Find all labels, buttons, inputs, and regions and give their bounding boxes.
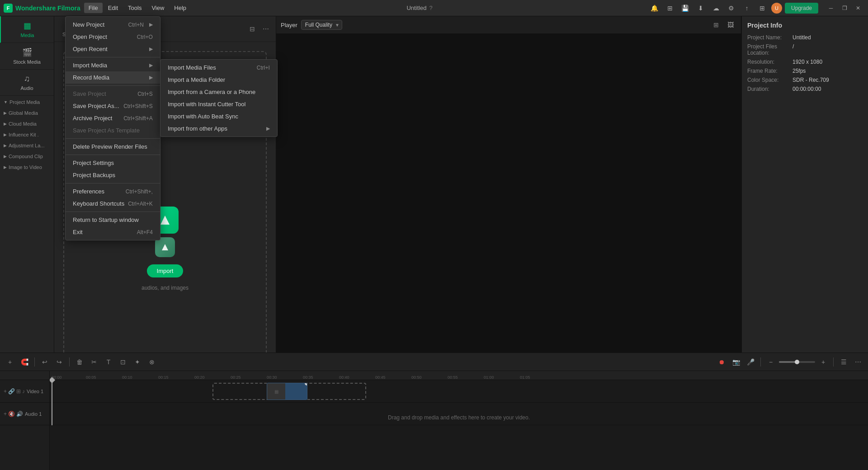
titlebar-center: Untitled ? (406, 5, 432, 11)
save-icon[interactable]: 💾 (679, 2, 692, 14)
sidebar-item-stock-media[interactable]: 🎬 Stock Media (0, 43, 54, 70)
player-label: Player (281, 22, 297, 28)
tl-sep-3 (760, 357, 761, 367)
track-audio-mute-icon[interactable]: 🔇 (8, 411, 15, 417)
menu-item-open-recent[interactable]: Open Recent ▶ (66, 43, 160, 55)
zoom-out-icon[interactable]: − (764, 356, 777, 368)
quality-select[interactable]: Full Quality 1/2 1/4 (301, 20, 342, 30)
layout-icon[interactable]: ⊞ (664, 2, 676, 14)
track-audio-add-icon[interactable]: + (4, 411, 7, 417)
sidebar-item-media[interactable]: ▦ Media (0, 16, 54, 43)
mask-icon[interactable]: ⊗ (146, 356, 158, 368)
crop-tl-icon[interactable]: ⊡ (117, 356, 129, 368)
menu-item-new-project[interactable]: New Project Ctrl+N▶ (66, 19, 160, 31)
track-audio-icon[interactable]: ♪ (22, 388, 25, 395)
redo-icon[interactable]: ↪ (53, 356, 66, 368)
upgrade-button[interactable]: Upgrade (785, 3, 818, 14)
effect-icon[interactable]: ✦ (131, 356, 144, 368)
sidebar-item-global-media[interactable]: ▶ Global Media (0, 108, 54, 118)
menu-item-preferences[interactable]: Preferences Ctrl+Shift+, (66, 185, 160, 197)
menu-item-project-settings[interactable]: Project Settings (66, 157, 160, 169)
grid-view-icon[interactable]: ⊞ (710, 19, 722, 31)
text-icon[interactable]: T (102, 356, 115, 368)
undo-icon[interactable]: ↩ (38, 356, 51, 368)
grid-icon[interactable]: ⊞ (756, 2, 769, 14)
sidebar-item-cloud-media[interactable]: ▶ Cloud Media (0, 118, 54, 129)
menu-item-import-media[interactable]: Import Media ▶ Import Media Files Ctrl+I… (66, 59, 160, 71)
zoom-slider[interactable] (779, 361, 815, 363)
cloud-icon[interactable]: ☁ (710, 2, 722, 14)
menu-item-import-folder[interactable]: Import a Media Folder (160, 74, 277, 86)
download-icon[interactable]: ⬇ (694, 2, 707, 14)
menu-sep-2 (66, 85, 160, 86)
filter-icon[interactable]: ⊟ (247, 24, 258, 34)
track-add-icon[interactable]: + (4, 388, 7, 395)
sidebar-item-influence-kit[interactable]: ▶ Influence Kit . (0, 129, 54, 140)
list-view-icon[interactable]: ☰ (837, 356, 850, 368)
close-button[interactable]: ✕ (852, 2, 864, 14)
menu-item-import-other[interactable]: Import from other Apps ▶ (160, 122, 277, 135)
menu-edit[interactable]: Edit (104, 3, 123, 13)
more-icon[interactable]: ⋯ (260, 24, 271, 34)
expand-arrow-influence: ▶ (4, 132, 7, 137)
menu-item-open-project[interactable]: Open Project Ctrl+O (66, 31, 160, 43)
add-media-tl-icon[interactable]: + (4, 356, 16, 368)
tl-right-controls: ⏺ 📷 🎤 − + ☰ ⋯ (715, 356, 864, 368)
menu-item-delete-preview[interactable]: Delete Preview Render Files (66, 141, 160, 153)
ruler-mark-45: 00:45 (375, 375, 386, 380)
menu-item-import-files[interactable]: Import Media Files Ctrl+I (160, 61, 277, 74)
track-layer-icon[interactable]: ⊞ (16, 388, 21, 395)
share-icon[interactable]: ↑ (741, 2, 753, 14)
menu-item-project-backups[interactable]: Project Backups (66, 169, 160, 181)
cut-icon[interactable]: ✂ (88, 356, 100, 368)
track-labels: + 🔗 ⊞ ♪ Video 1 + 🔇 🔊 Audio 1 (0, 371, 50, 470)
magnet-icon[interactable]: 🧲 (18, 356, 31, 368)
info-key-framerate: Frame Rate: (747, 68, 793, 74)
menu-item-archive-project[interactable]: Archive Project Ctrl+Shift+A (66, 112, 160, 124)
menu-help[interactable]: Help (170, 3, 191, 13)
notification-icon[interactable]: 🔔 (648, 2, 661, 14)
menu-item-exit[interactable]: Exit Alt+F4 (66, 226, 160, 238)
menu-item-save-as-template[interactable]: Save Project As Template (66, 124, 160, 136)
zoom-thumb[interactable] (795, 360, 799, 364)
menu-item-save-project-as[interactable]: Save Project As... Ctrl+Shift+S (66, 100, 160, 112)
menu-item-import-beat[interactable]: Import with Auto Beat Sync (160, 110, 277, 122)
camera-icon[interactable]: 📷 (730, 356, 742, 368)
expand-arrow-adjustment: ▶ (4, 143, 7, 148)
clip-handle[interactable] (305, 383, 307, 385)
sidebar-item-image-to-video[interactable]: ▶ Image to Video (0, 162, 54, 173)
sidebar-label-image-to-video: Image to Video (9, 164, 42, 170)
info-row-resolution: Resolution: 1920 x 1080 (747, 59, 863, 65)
menu-view[interactable]: View (147, 3, 169, 13)
track-link-icon[interactable]: 🔗 (8, 388, 15, 395)
record-icon[interactable]: ⏺ (715, 356, 728, 368)
mic-icon[interactable]: 🎤 (744, 356, 757, 368)
menu-item-import-instant[interactable]: Import with Instant Cutter Tool (160, 98, 277, 110)
import-button[interactable]: Import (147, 264, 184, 277)
sidebar-item-adjustment[interactable]: ▶ Adjustment La... (0, 140, 54, 151)
menu-item-save-project[interactable]: Save Project Ctrl+S (66, 88, 160, 100)
playhead[interactable] (52, 380, 52, 425)
help-icon[interactable]: ? (429, 5, 432, 11)
menu-item-import-camera[interactable]: Import from a Camera or a Phone (160, 86, 277, 98)
zoom-in-icon[interactable]: + (817, 356, 830, 368)
menu-tools[interactable]: Tools (123, 3, 146, 13)
delete-icon[interactable]: 🗑 (73, 356, 86, 368)
track-audio-vol-icon[interactable]: 🔊 (16, 411, 23, 417)
user-avatar[interactable]: U (771, 3, 782, 14)
menu-file[interactable]: File (84, 3, 103, 13)
menu-item-record-media[interactable]: Record Media ▶ (66, 71, 160, 84)
expand-arrow-global: ▶ (4, 111, 7, 115)
sidebar-item-audio[interactable]: ♫ Audio (0, 70, 54, 96)
more-tl-icon[interactable]: ⋯ (852, 356, 864, 368)
minimize-button[interactable]: ─ (825, 2, 837, 14)
sidebar-item-compound-clip[interactable]: ▶ Compound Clip (0, 151, 54, 162)
settings-icon[interactable]: ⚙ (725, 2, 738, 14)
maximize-button[interactable]: ❒ (838, 2, 851, 14)
menu-item-keyboard-shortcuts[interactable]: Keyboard Shortcuts Ctrl+Alt+K (66, 197, 160, 210)
sidebar-item-project-media[interactable]: ▼ Project Media (0, 97, 54, 108)
screenshot-icon[interactable]: 🖼 (725, 19, 736, 31)
menu-item-return-startup[interactable]: Return to Startup window (66, 214, 160, 226)
save-project-label: Save Project (73, 90, 106, 97)
video-clip-1[interactable]: ▦ (267, 383, 307, 400)
